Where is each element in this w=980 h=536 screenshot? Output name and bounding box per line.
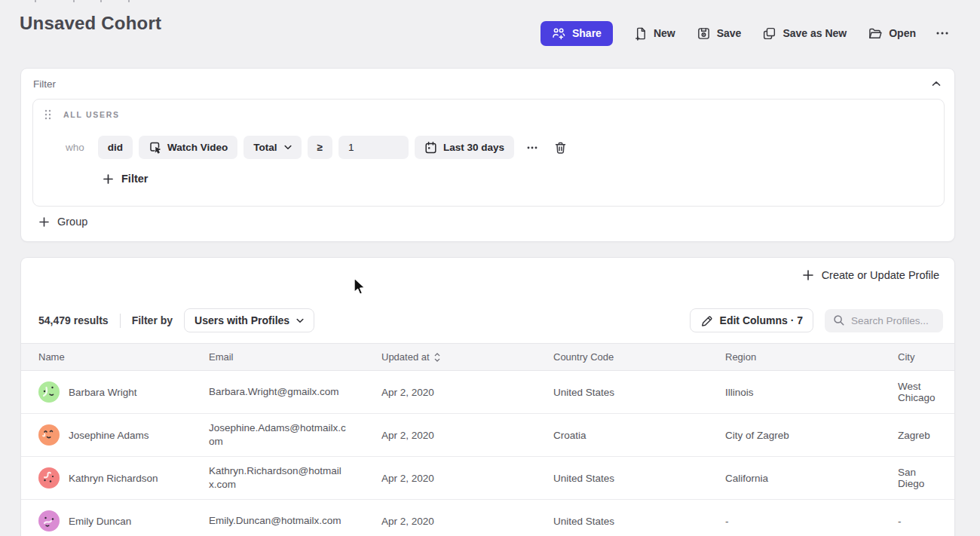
profile-region: Illinois [725, 387, 898, 398]
chevron-up-icon [932, 81, 941, 87]
who-label: who [66, 142, 84, 153]
results-count: 54,479 results [38, 314, 109, 326]
pencil-icon [700, 314, 713, 327]
new-document-icon [633, 26, 648, 41]
share-label: Share [572, 27, 602, 39]
event-selector[interactable]: Watch Video [139, 136, 237, 159]
avatar [38, 381, 60, 403]
divider [120, 314, 121, 328]
add-filter-button[interactable]: Filter [103, 173, 148, 185]
delete-criteria-button[interactable] [550, 137, 571, 158]
col-header-name: Name [38, 351, 209, 363]
open-label: Open [889, 27, 916, 39]
plus-icon [39, 217, 49, 227]
save-as-new-label: Save as New [782, 27, 847, 39]
plus-icon [803, 270, 813, 280]
event-label: Watch Video [167, 142, 228, 153]
calendar-icon [424, 141, 437, 155]
search-profiles-input[interactable] [851, 315, 934, 326]
filter-group-header: ALL USERS [43, 108, 120, 121]
create-or-update-profile-button[interactable]: Create or Update Profile [803, 269, 939, 281]
profile-updated-at: Apr 2, 2020 [381, 473, 553, 484]
table-row[interactable]: Josephine Adams Josephine.Adams@hotmailx… [21, 414, 954, 457]
filter-criteria-row: who did Watch Video Total [66, 136, 571, 159]
avatar [38, 467, 60, 489]
new-button[interactable]: New [625, 20, 684, 46]
threshold-input[interactable] [338, 136, 409, 159]
profile-country: United States [553, 387, 725, 398]
profile-email: Emily.Duncan@hotmailx.com [209, 514, 357, 528]
table-row[interactable]: Barbara Wright Barbara.Wright@gmailx.com… [21, 371, 954, 414]
profile-region: California [725, 473, 898, 484]
profile-type-label: Users with Profiles [194, 314, 289, 326]
avatar [38, 424, 60, 446]
cohort-builder-screen: Unsaved Cohort Share [0, 0, 980, 536]
profile-updated-at: Apr 2, 2020 [381, 387, 553, 398]
trash-icon [554, 141, 567, 155]
save-as-new-button[interactable]: Save as New [754, 20, 855, 46]
results-panel: Create or Update Profile 54,479 results … [20, 257, 955, 536]
save-floppy-icon [697, 26, 711, 41]
profile-region: City of Zagreb [725, 430, 898, 441]
profile-city: Zagreb [898, 430, 954, 441]
filter-by-label: Filter by [132, 314, 173, 326]
profile-type-dropdown[interactable]: Users with Profiles [184, 308, 314, 332]
did-selector[interactable]: did [98, 136, 133, 159]
table-header-row: Name Email Updated at Country Code Regio… [21, 343, 954, 371]
operator-label: ≥ [317, 142, 323, 153]
chevron-down-icon [284, 145, 292, 150]
profile-name: Kathryn Richardson [69, 473, 158, 484]
new-label: New [654, 27, 675, 39]
operator-selector[interactable]: ≥ [308, 136, 332, 159]
save-button[interactable]: Save [688, 20, 750, 46]
profile-name: Emily Duncan [69, 516, 131, 527]
col-header-country-code: Country Code [553, 351, 725, 363]
profile-country: United States [553, 473, 725, 484]
criteria-more-options-button[interactable] [522, 139, 542, 156]
profile-region: - [725, 516, 898, 527]
col-header-updated-at[interactable]: Updated at [381, 351, 553, 363]
profile-country: Croatia [553, 430, 725, 441]
group-scope-label: ALL USERS [63, 110, 120, 119]
aggregation-label: Total [253, 142, 277, 153]
share-people-icon [552, 27, 566, 40]
profile-email: Kathryn.Richardson@hotmailx.com [209, 464, 357, 492]
table-row[interactable]: Emily Duncan Emily.Duncan@hotmailx.com A… [21, 500, 954, 536]
open-button[interactable]: Open [859, 20, 924, 46]
profile-city: West Chicago [898, 381, 954, 403]
date-range-label: Last 30 days [443, 142, 504, 153]
profile-email: Barbara.Wright@gmailx.com [209, 385, 357, 399]
results-toolbar: 54,479 results Filter by Users with Prof… [38, 308, 943, 332]
date-range-selector[interactable]: Last 30 days [415, 136, 514, 159]
aggregation-dropdown[interactable]: Total [243, 136, 301, 159]
table-row[interactable]: Kathryn Richardson Kathryn.Richardson@ho… [21, 457, 954, 500]
avatar [38, 510, 60, 531]
share-button[interactable]: Share [541, 21, 613, 46]
filter-group: ALL USERS who did Watch Video [32, 99, 945, 207]
profile-email: Josephine.Adams@hotmailx.com [209, 421, 357, 449]
col-header-city: City [898, 351, 954, 363]
edit-columns-button[interactable]: Edit Columns · 7 [690, 308, 813, 332]
profile-country: United States [553, 516, 725, 527]
ellipsis-icon [526, 143, 538, 152]
save-label: Save [717, 27, 742, 39]
profile-updated-at: Apr 2, 2020 [381, 516, 553, 527]
filter-panel: Filter ALL USERS [20, 68, 955, 242]
page-title: Unsaved Cohort [20, 13, 161, 34]
col-header-region: Region [725, 351, 898, 363]
more-options-button[interactable] [929, 20, 956, 46]
event-icon [149, 141, 161, 155]
breadcrumb-clipped [0, 0, 377, 3]
edit-columns-label: Edit Columns · 7 [720, 314, 803, 326]
add-group-label: Group [57, 216, 87, 228]
copy-icon [762, 26, 776, 41]
create-profile-label: Create or Update Profile [822, 269, 939, 281]
filter-panel-header: Filter [33, 69, 944, 99]
add-filter-label: Filter [121, 173, 148, 185]
did-label: did [108, 142, 123, 153]
folder-icon [868, 26, 883, 41]
drag-handle-icon[interactable] [43, 108, 53, 121]
collapse-filter-button[interactable] [929, 78, 944, 90]
col-header-email: Email [209, 351, 381, 363]
add-group-button[interactable]: Group [39, 216, 87, 228]
